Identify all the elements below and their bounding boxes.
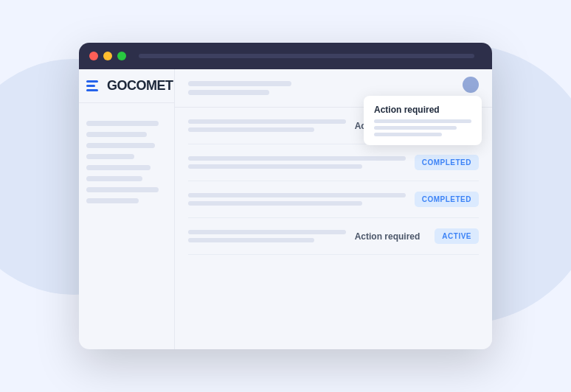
row-line [188,193,406,197]
sidebar-line [86,154,134,159]
sidebar-line [86,187,159,192]
main-content: Action required Action required ACTIVE [175,69,492,349]
status-badge-completed: COMPLETED [415,192,479,207]
sidebar-content [79,103,174,214]
row-line [188,238,314,242]
traffic-light-yellow[interactable] [103,52,112,60]
tooltip-line [374,119,471,123]
table-row: COMPLETED [188,144,479,181]
tooltip-lines [374,119,471,136]
row-line [188,230,346,234]
row-label-action-2: Action required [355,231,421,242]
url-bar[interactable] [139,54,474,58]
browser-content: GOCOMET [79,69,492,349]
sidebar-line [86,165,150,170]
row-line [188,127,314,132]
title-bar [79,43,492,69]
sidebar-lines [86,121,167,203]
logo-line-2 [86,85,95,87]
logo-text: GOCOMET [107,78,173,94]
logo-line-1 [86,80,98,83]
status-badge-completed: COMPLETED [415,155,479,170]
logo-line-3 [86,89,98,91]
status-badge-active-2: ACTIVE [435,228,479,244]
row-line [188,119,346,124]
row-line [188,156,406,161]
traffic-light-red[interactable] [89,52,98,60]
tooltip-title: Action required [374,105,471,115]
row-lines [188,119,346,132]
notification-badge[interactable] [463,77,479,93]
top-bar-line [188,81,291,86]
sidebar-line [86,143,155,148]
row-line [188,164,362,169]
row-lines [188,230,346,242]
table-row: Action required ACTIVE [188,218,479,255]
table-row: COMPLETED [188,181,479,218]
top-bar-line [188,90,269,95]
row-line [188,201,362,206]
sidebar-line [86,198,139,203]
sidebar-line [86,132,147,137]
tooltip-line [374,126,457,130]
left-panel: GOCOMET [79,69,175,349]
top-bar-lines [188,81,291,95]
logo-area: GOCOMET [79,69,174,103]
row-lines [188,156,406,169]
sidebar-line [86,121,159,126]
tooltip-line [374,133,442,136]
browser-window: GOCOMET [79,43,492,349]
logo-icon [86,80,98,91]
sidebar-line [86,176,142,181]
row-lines [188,193,406,206]
tooltip-popup: Action required [364,96,482,145]
traffic-light-green[interactable] [117,52,126,60]
